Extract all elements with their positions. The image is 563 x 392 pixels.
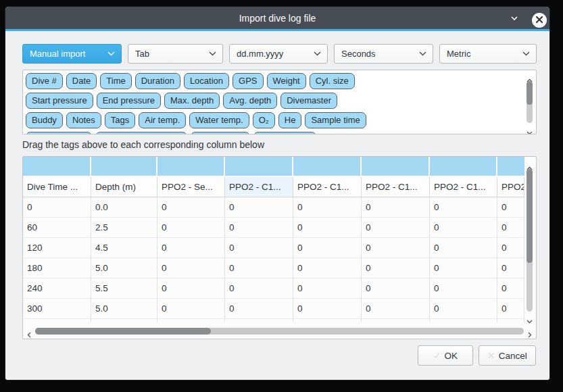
table-row: 1204.5000000 bbox=[23, 238, 524, 258]
scroll-down-icon[interactable] bbox=[527, 314, 533, 319]
drop-target-cell[interactable] bbox=[293, 157, 362, 176]
date-format-value: dd.mm.yyyy bbox=[237, 49, 283, 59]
scroll-down-icon[interactable] bbox=[527, 126, 533, 130]
chevron-down-icon bbox=[419, 51, 426, 56]
table-cell: 300 bbox=[23, 299, 91, 319]
import-options-toolbar: Manual import Tab dd.mm.yyyy Seconds Met… bbox=[22, 44, 537, 64]
window-title: Import dive log file bbox=[239, 13, 316, 24]
tag-dive[interactable]: Dive # bbox=[26, 73, 63, 89]
tag-duration[interactable]: Duration bbox=[135, 73, 180, 89]
ok-button[interactable]: ✓ OK bbox=[418, 345, 473, 366]
tag-o[interactable]: O₂ bbox=[253, 112, 275, 128]
drop-target-cell[interactable] bbox=[430, 157, 497, 176]
tag-start-pressure[interactable]: Start pressure bbox=[26, 93, 93, 109]
drop-target-cell[interactable] bbox=[362, 157, 430, 176]
scroll-up-icon[interactable] bbox=[527, 162, 533, 166]
tag-row: BuddyNotesTagsAir temp.Water temp.O₂HeSa… bbox=[26, 112, 521, 128]
tag-tags[interactable]: Tags bbox=[105, 112, 135, 128]
tag-sample-temperature[interactable]: Sample temperature bbox=[95, 132, 187, 134]
table-cell: 0 bbox=[293, 258, 362, 278]
scrollbar-thumb[interactable] bbox=[527, 81, 533, 105]
table-cell bbox=[157, 319, 225, 322]
table-cell: 0 bbox=[293, 299, 362, 319]
field-separator-select[interactable]: Tab bbox=[128, 44, 223, 64]
scrollbar-track[interactable] bbox=[527, 81, 533, 123]
scrollbar-track[interactable] bbox=[527, 169, 533, 312]
tag-location[interactable]: Location bbox=[184, 73, 229, 89]
tag-gps[interactable]: GPS bbox=[232, 73, 263, 89]
table-cell: 0 bbox=[225, 278, 293, 299]
tag-max-depth[interactable]: Max. depth bbox=[164, 93, 220, 109]
header-row: Dive Time ...Depth (m)PPO2 - Se...PPO2 -… bbox=[23, 177, 524, 197]
tag-notes[interactable]: Notes bbox=[66, 112, 101, 128]
import-dialog-window: Import dive log file Manual import Tab d… bbox=[5, 7, 549, 380]
drop-target-cell[interactable] bbox=[23, 157, 91, 176]
table-cell: 0 bbox=[430, 278, 497, 299]
time-format-value: Seconds bbox=[341, 49, 376, 59]
field-separator-value: Tab bbox=[135, 49, 149, 59]
tag-row: Start pressureEnd pressureMax. depthAvg.… bbox=[26, 93, 521, 109]
tag-row: Sample depthSample temperatureSample pO₂… bbox=[26, 132, 521, 134]
table-cell: 0 bbox=[157, 278, 225, 299]
table-cell bbox=[91, 319, 157, 322]
tag-divemaster[interactable]: Divemaster bbox=[280, 93, 337, 109]
import-mode-select[interactable]: Manual import bbox=[22, 44, 122, 64]
table-cell: 0 bbox=[293, 197, 362, 218]
cancel-button[interactable]: ✕ Cancel bbox=[479, 345, 536, 366]
table-grid: Dive Time ...Depth (m)PPO2 - Se...PPO2 -… bbox=[23, 157, 524, 322]
tag-cyl-size[interactable]: Cyl. size bbox=[310, 73, 355, 89]
tag-weight[interactable]: Weight bbox=[267, 73, 306, 89]
scrollbar-thumb[interactable] bbox=[527, 169, 533, 263]
column-header: Dive Time ... bbox=[23, 177, 91, 197]
units-select[interactable]: Metric bbox=[439, 44, 537, 64]
cancel-button-label: Cancel bbox=[499, 351, 527, 361]
scroll-left-icon[interactable] bbox=[27, 328, 32, 335]
tag-sample-time[interactable]: Sample time bbox=[305, 112, 366, 128]
column-mapping-table: Dive Time ...Depth (m)PPO2 - Se...PPO2 -… bbox=[22, 156, 537, 339]
drop-target-cell[interactable] bbox=[91, 157, 157, 176]
chevron-down-icon bbox=[522, 51, 530, 56]
chevron-down-icon bbox=[209, 51, 216, 56]
drop-target-cell[interactable] bbox=[157, 157, 225, 176]
table-cell: 0 bbox=[157, 197, 225, 218]
close-button[interactable] bbox=[532, 13, 547, 28]
tag-he[interactable]: He bbox=[278, 112, 302, 128]
chevron-down-icon bbox=[314, 51, 321, 56]
table-cell: 180 bbox=[23, 258, 91, 278]
table-cell bbox=[362, 319, 430, 322]
table-cell: 0 bbox=[362, 238, 430, 258]
date-format-select[interactable]: dd.mm.yyyy bbox=[229, 44, 328, 64]
ok-button-label: OK bbox=[445, 351, 458, 361]
table-cell: 5.5 bbox=[91, 278, 157, 299]
time-format-select[interactable]: Seconds bbox=[334, 44, 433, 64]
table-cell: 0 bbox=[225, 258, 293, 278]
table-cell: 0 bbox=[293, 238, 362, 258]
scroll-right-icon[interactable] bbox=[527, 328, 532, 335]
table-cell: 5.0 bbox=[91, 258, 157, 278]
table-cell: 0 bbox=[225, 197, 293, 218]
tag-time[interactable]: Time bbox=[100, 73, 131, 89]
table-cell: 0 bbox=[362, 278, 430, 299]
tag-sample-depth[interactable]: Sample depth bbox=[26, 132, 92, 134]
table-cell: 0 bbox=[430, 197, 497, 218]
tag-sample-cns[interactable]: Sample CNS bbox=[253, 132, 316, 134]
scrollbar-thumb[interactable] bbox=[35, 328, 211, 335]
tag-buddy[interactable]: Buddy bbox=[26, 112, 63, 128]
scroll-up-icon[interactable] bbox=[527, 74, 533, 78]
shade-chevron-down-icon[interactable] bbox=[509, 13, 520, 24]
table-cell: 0 bbox=[293, 218, 362, 238]
table-cell bbox=[225, 319, 293, 322]
scrollbar-track[interactable] bbox=[35, 328, 524, 335]
drop-target-cell[interactable] bbox=[225, 157, 293, 176]
table-cell: 5.0 bbox=[91, 299, 157, 319]
table-cell: 0 bbox=[225, 218, 293, 238]
tag-avg-depth[interactable]: Avg. depth bbox=[223, 93, 277, 109]
table-row: 2405.5000000 bbox=[23, 278, 524, 299]
tag-sample-po[interactable]: Sample pO₂ bbox=[191, 132, 250, 134]
tag-water-temp[interactable]: Water temp. bbox=[189, 112, 249, 128]
tag-date[interactable]: Date bbox=[66, 73, 97, 89]
tag-air-temp[interactable]: Air temp. bbox=[139, 112, 186, 128]
drop-target-cell[interactable] bbox=[497, 157, 524, 176]
tag-end-pressure[interactable]: End pressure bbox=[97, 93, 161, 109]
table-row: 00.0000000 bbox=[23, 197, 524, 218]
